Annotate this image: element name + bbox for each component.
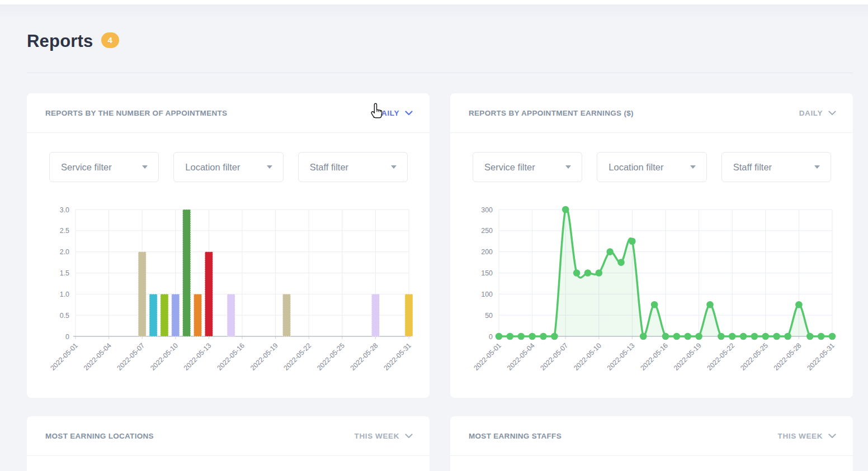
point-2022-05-16[interactable] <box>662 333 669 340</box>
x-tick-label: 2022-05-07 <box>539 341 570 372</box>
point-2022-05-25[interactable] <box>762 333 770 340</box>
x-tick-label: 2022-05-07 <box>116 341 147 372</box>
x-tick-label: 2022-05-01 <box>472 341 503 372</box>
x-tick-label: 2022-05-22 <box>282 341 313 372</box>
point-2022-05-28[interactable] <box>795 301 803 308</box>
locations-panel-title: MOST EARNING LOCATIONS <box>45 432 154 440</box>
page-title: Reports <box>27 31 93 51</box>
earnings-period-select[interactable]: DAILY <box>799 109 836 117</box>
y-tick-label: 3.0 <box>60 206 69 214</box>
point-2022-05-11[interactable] <box>606 248 614 255</box>
point-2022-05-09[interactable] <box>584 269 592 277</box>
point-2022-05-07[interactable] <box>562 206 569 213</box>
point-2022-05-05[interactable] <box>540 333 547 340</box>
header-divider <box>27 73 853 73</box>
y-tick-label: 2.0 <box>60 248 69 256</box>
x-tick-label: 2022-05-04 <box>506 341 536 372</box>
y-tick-label: 100 <box>481 291 493 298</box>
point-2022-05-29[interactable] <box>806 333 814 340</box>
staff-filter-dropdown[interactable]: Staff filter <box>721 152 831 182</box>
point-2022-05-19[interactable] <box>695 333 702 340</box>
locations-period-select[interactable]: THIS WEEK <box>355 432 413 440</box>
y-tick-label: 2.5 <box>60 227 69 235</box>
point-2022-05-15[interactable] <box>651 301 658 308</box>
point-2022-05-04[interactable] <box>529 333 536 340</box>
staff-filter-dropdown[interactable]: Staff filter <box>298 152 408 182</box>
point-2022-05-12[interactable] <box>617 259 625 266</box>
caret-down-icon <box>391 165 397 169</box>
appointments-filters: Service filter Location filter Staff fil… <box>49 152 408 182</box>
y-tick-label: 150 <box>481 269 493 277</box>
point-2022-05-20[interactable] <box>706 301 714 308</box>
point-2022-05-18[interactable] <box>684 333 691 340</box>
x-tick-label: 2022-05-10 <box>149 341 180 372</box>
x-tick-label: 2022-05-13 <box>606 341 636 372</box>
x-tick-label: 2022-05-13 <box>182 341 213 372</box>
point-2022-05-14[interactable] <box>640 333 647 340</box>
point-2022-05-01[interactable] <box>496 333 503 340</box>
point-2022-05-23[interactable] <box>740 333 747 340</box>
point-2022-05-21[interactable] <box>718 333 725 340</box>
point-2022-05-31[interactable] <box>829 333 836 340</box>
y-tick-label: 200 <box>481 248 493 256</box>
caret-down-icon <box>814 165 820 169</box>
x-tick-label: 2022-05-22 <box>706 341 737 372</box>
page-header: Reports 4 <box>27 31 119 51</box>
point-2022-05-26[interactable] <box>773 333 780 340</box>
y-tick-label: 0.5 <box>60 312 69 320</box>
x-tick-label: 2022-05-01 <box>49 341 79 372</box>
earnings-panel: REPORTS BY APPOINTMENT EARNINGS ($) DAIL… <box>450 93 853 398</box>
chevron-down-icon <box>405 434 413 439</box>
chevron-down-icon <box>828 434 836 439</box>
point-2022-05-06[interactable] <box>551 333 558 340</box>
point-2022-05-30[interactable] <box>818 333 825 340</box>
locations-panel: MOST EARNING LOCATIONS THIS WEEK <box>27 416 430 471</box>
bar-2022-05-28[interactable] <box>371 294 379 336</box>
caret-down-icon <box>267 165 272 169</box>
bar-2022-05-07[interactable] <box>138 252 146 336</box>
point-2022-05-10[interactable] <box>596 269 603 277</box>
point-2022-05-22[interactable] <box>729 333 736 340</box>
point-2022-05-17[interactable] <box>673 333 681 340</box>
staffs-panel: MOST EARNING STAFFS THIS WEEK <box>450 416 853 471</box>
point-2022-05-13[interactable] <box>629 237 636 245</box>
bar-2022-05-20[interactable] <box>282 294 290 336</box>
point-2022-05-08[interactable] <box>573 269 581 277</box>
bar-2022-05-10[interactable] <box>172 294 180 336</box>
y-tick-label: 300 <box>481 206 493 214</box>
point-2022-05-03[interactable] <box>517 333 525 340</box>
point-2022-05-24[interactable] <box>751 333 758 340</box>
bar-2022-05-15[interactable] <box>227 294 235 336</box>
service-filter-dropdown[interactable]: Service filter <box>473 152 582 182</box>
bar-2022-05-09[interactable] <box>161 294 168 336</box>
y-tick-label: 0 <box>489 333 493 341</box>
bar-2022-05-08[interactable] <box>149 294 157 336</box>
appointments-panel: REPORTS BY THE NUMBER OF APPOINTMENTS DA… <box>27 93 430 398</box>
location-filter-dropdown[interactable]: Location filter <box>173 152 283 182</box>
chevron-down-icon <box>828 111 836 116</box>
appointments-bar-chart[interactable]: 00.51.01.52.02.53.02022-05-012022-05-042… <box>44 199 430 392</box>
staffs-panel-title: MOST EARNING STAFFS <box>469 432 562 440</box>
service-filter-dropdown[interactable]: Service filter <box>49 152 159 182</box>
y-tick-label: 50 <box>485 312 493 320</box>
point-2022-05-27[interactable] <box>784 333 791 340</box>
earnings-line-chart[interactable]: 0501001502002503002022-05-012022-05-0420… <box>467 199 853 392</box>
staff-filter-label: Staff filter <box>733 162 772 173</box>
x-tick-label: 2022-05-25 <box>315 341 346 372</box>
location-filter-label: Location filter <box>608 162 663 173</box>
staffs-panel-header: MOST EARNING STAFFS THIS WEEK <box>450 416 853 456</box>
earnings-panel-title: REPORTS BY APPOINTMENT EARNINGS ($) <box>469 109 634 117</box>
locations-panel-header: MOST EARNING LOCATIONS THIS WEEK <box>27 416 430 456</box>
top-white-strip <box>0 0 868 4</box>
bar-2022-05-13[interactable] <box>205 252 213 336</box>
x-tick-label: 2022-05-16 <box>215 341 246 372</box>
bar-2022-05-11[interactable] <box>183 210 191 336</box>
y-tick-label: 1.5 <box>60 269 69 277</box>
staff-filter-label: Staff filter <box>310 162 348 173</box>
bar-2022-05-12[interactable] <box>194 294 202 336</box>
bar-2022-05-31[interactable] <box>405 294 413 336</box>
location-filter-dropdown[interactable]: Location filter <box>597 152 706 182</box>
point-2022-05-02[interactable] <box>507 333 514 340</box>
staffs-period-select[interactable]: THIS WEEK <box>778 432 836 440</box>
y-tick-label: 250 <box>481 227 493 235</box>
